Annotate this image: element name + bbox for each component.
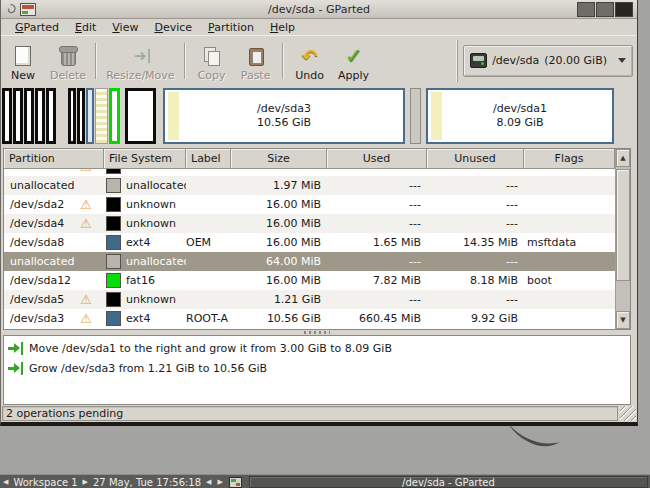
partition-segment[interactable] (24, 88, 34, 144)
warning-icon: ⚠ (80, 217, 92, 230)
scrollbar-trough[interactable] (616, 167, 630, 311)
workspace-prev-icon[interactable]: ◀ (0, 478, 11, 486)
partition-flags: boot (527, 271, 552, 290)
scrollbar-thumb[interactable] (616, 169, 630, 281)
toolbar-button[interactable]: Copy (190, 36, 234, 85)
partition-segment[interactable] (95, 88, 108, 144)
partition-used: --- (409, 214, 421, 233)
toolbar-button[interactable]: Delete (45, 36, 91, 85)
menu-item[interactable]: Device (146, 20, 200, 35)
partition-size: 64.00 MiB (266, 252, 321, 271)
menu-item[interactable]: Edit (67, 20, 104, 35)
toolbar-button-label: Copy (198, 69, 226, 82)
partition-size: 16.00 MiB (266, 195, 321, 214)
maximize-button[interactable] (596, 2, 614, 17)
filesystem-swatch (106, 254, 121, 269)
filesystem-swatch (106, 216, 121, 231)
column-header[interactable]: Flags (524, 149, 615, 169)
table-row[interactable]: /dev/sda5 ⚠ unknown 1.21 GiB --- --- (4, 290, 615, 309)
partition-used: --- (409, 176, 421, 195)
taskbar-window-button[interactable]: /dev/sda - GParted (249, 476, 648, 488)
menu-item[interactable]: GParted (7, 20, 67, 35)
toolbar-button[interactable]: Undo (288, 36, 332, 85)
tasklist-next-icon[interactable]: ▶ (214, 478, 225, 486)
table-rows: ⚠ (4, 169, 615, 329)
partition-segment[interactable] (86, 88, 94, 144)
menu-item[interactable]: Help (262, 20, 303, 35)
partition-used: --- (409, 290, 421, 309)
table-row[interactable]: /dev/sda4 ⚠ unknown 16.00 MiB --- --- (4, 214, 615, 233)
toolbar-button-label: Resize/Move (106, 69, 174, 82)
table-row[interactable]: unallocated unallocated 1.97 MiB --- --- (4, 176, 615, 195)
partition-segment[interactable] (125, 88, 156, 144)
toolbar-button-icon (12, 45, 34, 67)
partition-segment[interactable] (13, 88, 23, 144)
partition-segment[interactable] (406, 88, 409, 144)
column-header[interactable]: Label (186, 149, 231, 169)
table-row[interactable]: /dev/sda8 ext4 OEM 16.00 MiB 1.65 MiB 14… (4, 233, 615, 252)
operation-item: Grow /dev/sda3 from 1.21 GiB to 10.56 Gi… (4, 358, 630, 378)
close-button[interactable] (615, 2, 633, 17)
table-row[interactable]: /dev/sda2 ⚠ unknown 16.00 MiB --- --- (4, 195, 615, 214)
menu-item[interactable]: Partition (200, 20, 262, 35)
scroll-down-button[interactable]: ▼ (616, 311, 630, 329)
toolbar-button[interactable]: New (1, 36, 45, 85)
toolbar-button[interactable]: Paste (234, 36, 278, 85)
partition-segment[interactable] (121, 88, 124, 144)
workspace-label: Workspace 1 (11, 477, 79, 488)
column-header[interactable]: Used (327, 149, 427, 169)
filesystem-swatch (106, 273, 121, 288)
partition-unused: 9.92 GiB (471, 309, 518, 328)
partition-segment[interactable] (157, 88, 162, 144)
resize-grip[interactable] (620, 406, 636, 421)
vertical-scrollbar[interactable]: ▲ ▼ (615, 149, 630, 329)
table-header: PartitionFile SystemLabelSizeUsedUnusedF… (4, 149, 615, 169)
tasklist-prev-icon[interactable]: ◀ (203, 478, 214, 486)
filesystem-name: unknown (126, 290, 176, 309)
device-selector-area: /dev/sda (20.00 GiB) (457, 40, 633, 82)
partition-unused: --- (506, 214, 518, 233)
partition-name: /dev/sda8 (10, 233, 64, 252)
toolbar-button[interactable]: Resize/Move (101, 36, 179, 85)
partition-size: 1.21 GiB (274, 290, 321, 309)
partition-segment[interactable] (57, 88, 67, 144)
status-text: 2 operations pending (2, 406, 618, 421)
menu-item[interactable]: View (104, 20, 146, 35)
menubar: GPartedEditViewDevicePartitionHelp (1, 19, 637, 35)
device-selector[interactable]: /dev/sda (20.00 GiB) (463, 45, 633, 77)
filesystem-name: ext4 (126, 233, 150, 252)
partition-used: 1.65 MiB (373, 233, 421, 252)
warning-icon: ⚠ (80, 169, 92, 173)
warning-icon: ⚠ (80, 312, 92, 325)
partition-segment[interactable]: /dev/sda3 10.56 GiB (163, 88, 405, 144)
table-row[interactable]: unallocated unallocated 64.00 MiB --- --… (4, 252, 615, 271)
partition-segment[interactable] (77, 88, 85, 144)
table-row[interactable]: /dev/sda3 ⚠ ext4 ROOT-A 10.56 GiB 660.45… (4, 309, 615, 328)
partition-segment[interactable] (68, 88, 76, 144)
taskbar-app-icon (229, 477, 242, 488)
column-header[interactable]: Partition (4, 149, 104, 169)
scroll-up-button[interactable]: ▲ (616, 149, 630, 167)
toolbar-button-label: Undo (295, 69, 324, 82)
toolbar-button[interactable]: Apply (332, 36, 376, 85)
segment-size: 8.09 GiB (496, 116, 543, 130)
partition-segment[interactable] (410, 88, 421, 144)
partition-segment[interactable] (2, 88, 12, 144)
column-header[interactable]: Size (231, 149, 327, 169)
table-row[interactable]: ⚠ (4, 169, 615, 176)
partition-segment[interactable]: /dev/sda1 8.09 GiB (426, 88, 614, 144)
table-row[interactable]: /dev/sda12 fat16 16.00 MiB 7.82 MiB 8.18… (4, 271, 615, 290)
column-header[interactable]: Unused (427, 149, 524, 169)
filesystem-name: fat16 (126, 271, 155, 290)
minimize-button[interactable] (577, 2, 595, 17)
column-header[interactable]: File System (104, 149, 186, 169)
segment-name: /dev/sda1 (493, 102, 547, 116)
partition-name: /dev/sda3 (10, 309, 64, 328)
partition-segment[interactable] (46, 88, 56, 144)
partition-segment[interactable] (422, 88, 425, 144)
warning-icon: ⚠ (80, 293, 92, 306)
window-title: /dev/sda - GParted (1, 3, 637, 16)
partition-segment[interactable] (35, 88, 45, 144)
workspace-next-icon[interactable]: ▶ (80, 478, 91, 486)
partition-segment[interactable] (109, 88, 120, 144)
